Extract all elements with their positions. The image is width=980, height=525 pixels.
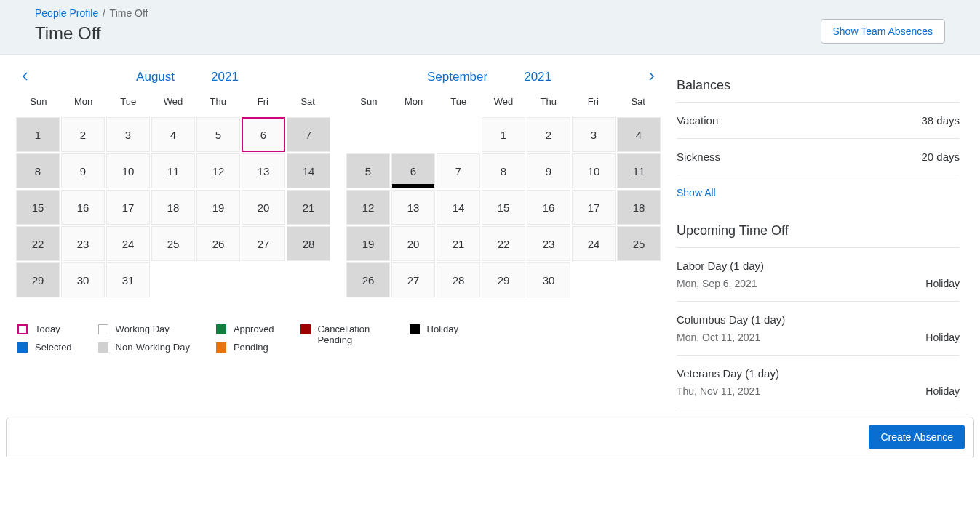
swatch-selected [17, 342, 28, 353]
day-cell[interactable]: 20 [242, 190, 285, 225]
day-cell[interactable]: 17 [572, 190, 616, 225]
swatch-pending [216, 342, 226, 353]
day-cell[interactable]: 12 [346, 190, 390, 225]
day-cell[interactable]: 28 [287, 226, 330, 261]
upcoming-item[interactable]: Labor Day (1 day)Mon, Sep 6, 2021Holiday [677, 248, 960, 302]
day-cell[interactable]: 30 [527, 262, 570, 297]
legend-selected-label: Selected [35, 342, 72, 353]
upcoming-item-title: Labor Day (1 day) [677, 260, 960, 272]
day-cell[interactable]: 16 [61, 190, 105, 225]
day-cell[interactable]: 16 [527, 190, 570, 225]
day-cell[interactable]: 27 [242, 226, 285, 261]
dow-label: Tue [105, 92, 151, 111]
dow-label: Fri [571, 92, 616, 111]
day-cell[interactable]: 30 [61, 262, 105, 297]
day-cell[interactable]: 23 [61, 226, 105, 261]
day-cell[interactable]: 7 [437, 153, 480, 188]
month-name-left[interactable]: August [136, 70, 175, 84]
day-cell[interactable]: 4 [617, 117, 661, 152]
day-cell[interactable]: 29 [16, 262, 60, 297]
day-cell[interactable]: 17 [106, 190, 150, 225]
breadcrumb-current: Time Off [110, 7, 148, 19]
legend-nonworking: Non-Working Day [98, 342, 190, 353]
day-cell[interactable]: 29 [482, 262, 525, 297]
day-cell[interactable]: 22 [16, 226, 60, 261]
balances-title: Balances [677, 72, 960, 102]
day-cell[interactable]: 14 [437, 190, 480, 225]
day-cell[interactable]: 2 [61, 117, 105, 152]
month-year-right[interactable]: 2021 [524, 70, 551, 84]
day-cell[interactable]: 19 [346, 226, 390, 261]
upcoming-item[interactable]: Columbus Day (1 day)Mon, Oct 11, 2021Hol… [677, 302, 960, 356]
day-cell[interactable]: 8 [16, 153, 60, 188]
upcoming-item[interactable]: Veterans Day (1 day)Thu, Nov 11, 2021Hol… [677, 356, 960, 409]
day-cell[interactable]: 22 [482, 226, 525, 261]
day-cell[interactable]: 9 [61, 153, 105, 188]
month-year-left[interactable]: 2021 [211, 70, 239, 84]
day-cell[interactable]: 5 [346, 153, 390, 188]
day-cell[interactable]: 13 [242, 153, 285, 188]
day-cell[interactable]: 23 [527, 226, 570, 261]
day-cell[interactable]: 10 [572, 153, 616, 188]
dow-label: Sat [285, 92, 330, 111]
dow-row: SunMonTueWedThuFriSat [16, 92, 330, 111]
day-cell[interactable]: 8 [482, 153, 525, 188]
balance-row[interactable]: Sickness20 days [677, 139, 960, 175]
day-cell[interactable]: 25 [151, 226, 195, 261]
breadcrumb-parent-link[interactable]: People Profile [35, 7, 98, 19]
day-cell[interactable]: 3 [106, 117, 150, 152]
day-empty [617, 262, 661, 297]
day-cell[interactable]: 24 [572, 226, 616, 261]
day-cell[interactable]: 1 [16, 117, 60, 152]
create-absence-button[interactable]: Create Absence [869, 425, 965, 449]
day-cell[interactable]: 6 [391, 153, 435, 188]
day-cell[interactable]: 19 [196, 190, 240, 225]
day-cell[interactable]: 18 [617, 190, 661, 225]
day-cell[interactable]: 27 [391, 262, 435, 297]
day-cell[interactable]: 20 [391, 226, 435, 261]
prev-month-button[interactable] [15, 69, 36, 84]
day-cell[interactable]: 5 [196, 117, 240, 152]
day-cell[interactable]: 4 [151, 117, 195, 152]
dow-label: Mon [391, 92, 437, 111]
day-cell[interactable]: 15 [16, 190, 60, 225]
show-all-link[interactable]: Show All [677, 175, 716, 215]
day-cell[interactable]: 15 [482, 190, 525, 225]
day-cell[interactable]: 18 [151, 190, 195, 225]
day-cell[interactable]: 24 [106, 226, 150, 261]
next-month-button[interactable] [640, 69, 662, 84]
balance-row[interactable]: Vacation38 days [677, 103, 960, 139]
day-cell[interactable]: 21 [287, 190, 330, 225]
day-cell[interactable]: 1 [482, 117, 525, 152]
day-cell[interactable]: 2 [527, 117, 570, 152]
day-cell[interactable]: 9 [527, 153, 570, 188]
month-name-right[interactable]: September [427, 70, 487, 84]
day-cell[interactable]: 10 [106, 153, 150, 188]
day-cell[interactable]: 6 [242, 117, 285, 152]
upcoming-list: Labor Day (1 day)Mon, Sep 6, 2021Holiday… [677, 247, 960, 409]
legend-working-label: Working Day [116, 324, 170, 334]
day-cell[interactable]: 11 [617, 153, 661, 188]
balance-label: Sickness [677, 151, 720, 163]
day-cell[interactable]: 12 [196, 153, 240, 188]
day-cell[interactable]: 13 [391, 190, 435, 225]
day-cell[interactable]: 25 [617, 226, 661, 261]
dow-label: Sat [616, 92, 661, 111]
day-cell[interactable]: 7 [287, 117, 330, 152]
day-cell[interactable]: 28 [437, 262, 480, 297]
day-cell[interactable]: 26 [346, 262, 390, 297]
day-cell[interactable]: 26 [196, 226, 240, 261]
upcoming-item-date: Thu, Nov 11, 2021 [677, 385, 760, 397]
day-cell[interactable]: 21 [437, 226, 480, 261]
swatch-working [98, 324, 108, 334]
day-cell[interactable]: 11 [151, 153, 195, 188]
day-cell[interactable]: 31 [106, 262, 150, 297]
upcoming-item-type: Holiday [925, 332, 960, 343]
show-team-absences-button[interactable]: Show Team Absences [821, 19, 946, 44]
legend-approved: Approved [216, 324, 274, 334]
dow-label: Tue [436, 92, 481, 111]
day-empty [196, 262, 240, 297]
day-cell[interactable]: 3 [572, 117, 616, 152]
calendars-grid: SunMonTueWedThuFriSat1234567891011121314… [15, 92, 662, 297]
day-cell[interactable]: 14 [287, 153, 330, 188]
